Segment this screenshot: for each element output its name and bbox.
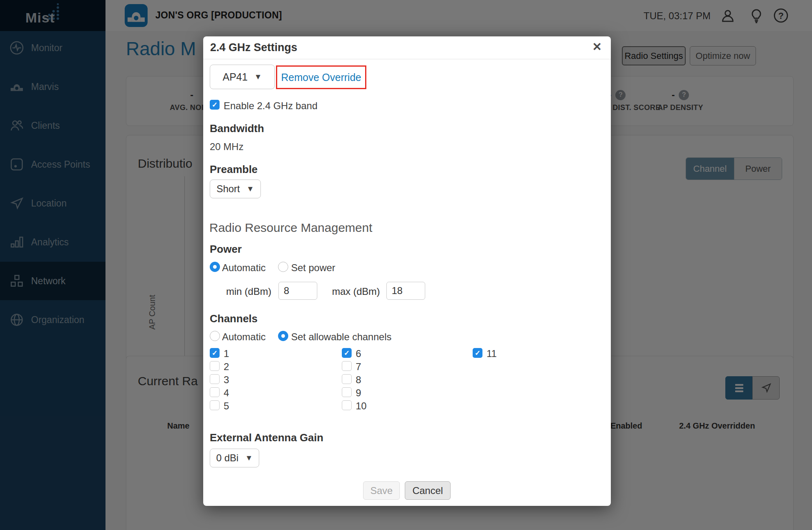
power-set-radio[interactable] <box>278 262 288 272</box>
cancel-button[interactable]: Cancel <box>405 481 451 500</box>
channels-automatic-radio[interactable] <box>210 331 220 341</box>
modal-header: 2.4 GHz Settings ✕ <box>203 36 611 59</box>
rrm-heading: Radio Resource Management <box>209 221 372 235</box>
remove-override-annotation: Remove Override <box>276 65 366 89</box>
min-dbm-label: min (dBm) <box>226 286 271 297</box>
channel-1-checkbox[interactable]: ✓ <box>210 348 220 358</box>
check-icon: ✓ <box>344 349 350 357</box>
channel-2-checkbox[interactable] <box>210 361 220 371</box>
check-icon: ✓ <box>212 349 218 357</box>
max-dbm-input[interactable]: 18 <box>386 282 425 300</box>
bandwidth-heading: Bandwidth <box>210 122 264 135</box>
ap-selector-dropdown[interactable]: AP41 ▼ <box>210 65 275 89</box>
channels-heading: Channels <box>210 312 258 325</box>
bandwidth-value: 20 MHz <box>210 141 244 153</box>
enable-24ghz-label: Enable 2.4 GHz band <box>224 100 318 112</box>
channel-10-label: 10 <box>356 400 367 412</box>
channel-5-label: 5 <box>224 400 229 412</box>
channels-set-radio[interactable] <box>278 331 288 341</box>
chevron-down-icon: ▼ <box>254 72 262 81</box>
channel-5-checkbox[interactable] <box>210 400 220 410</box>
antenna-gain-dropdown[interactable]: 0 dBi ▼ <box>210 449 259 467</box>
power-automatic-radio[interactable] <box>210 262 220 272</box>
chevron-down-icon: ▼ <box>245 454 253 463</box>
channel-7-checkbox[interactable] <box>342 361 352 371</box>
channel-6-label: 6 <box>356 348 361 359</box>
channels-set-label[interactable]: Set allowable channels <box>291 331 392 343</box>
channel-3-checkbox[interactable] <box>210 374 220 384</box>
power-automatic-label[interactable]: Automatic <box>222 262 266 274</box>
channel-8-checkbox[interactable] <box>342 374 352 384</box>
channel-1-label: 1 <box>224 348 229 359</box>
channels-automatic-label[interactable]: Automatic <box>222 331 266 343</box>
channel-11-checkbox[interactable]: ✓ <box>473 348 482 358</box>
antenna-gain-heading: External Antenna Gain <box>210 431 323 444</box>
channel-8-label: 8 <box>356 374 361 386</box>
channel-10-checkbox[interactable] <box>342 400 352 410</box>
channel-4-label: 4 <box>224 387 229 399</box>
channel-7-label: 7 <box>356 361 361 373</box>
channel-9-checkbox[interactable] <box>342 387 352 397</box>
preamble-dropdown[interactable]: Short ▼ <box>210 180 261 198</box>
preamble-heading: Preamble <box>210 163 258 176</box>
min-dbm-input[interactable]: 8 <box>278 282 317 300</box>
antenna-gain-value: 0 dBi <box>216 452 239 464</box>
channel-6-checkbox[interactable]: ✓ <box>342 348 352 358</box>
app-root: Mist Monitor Marvis <box>0 0 812 530</box>
power-set-label[interactable]: Set power <box>291 262 335 274</box>
channel-11-label: 11 <box>487 348 497 359</box>
close-icon[interactable]: ✕ <box>592 40 602 54</box>
preamble-value: Short <box>216 183 240 195</box>
max-dbm-label: max (dBm) <box>332 286 380 297</box>
check-icon: ✓ <box>475 349 480 357</box>
modal-title: 2.4 GHz Settings <box>210 41 297 54</box>
save-button[interactable]: Save <box>363 481 400 500</box>
enable-24ghz-checkbox[interactable]: ✓ <box>210 100 220 110</box>
radio-settings-modal: 2.4 GHz Settings ✕ AP41 ▼ Remove Overrid… <box>203 36 611 506</box>
ap-selector-value: AP41 <box>223 71 248 83</box>
power-heading: Power <box>210 243 242 256</box>
remove-override-link[interactable]: Remove Override <box>281 72 361 83</box>
chevron-down-icon: ▼ <box>247 184 254 193</box>
check-icon: ✓ <box>212 101 218 109</box>
channel-3-label: 3 <box>224 374 229 386</box>
channel-9-label: 9 <box>356 387 361 399</box>
channel-4-checkbox[interactable] <box>210 387 220 397</box>
channel-2-label: 2 <box>224 361 229 373</box>
